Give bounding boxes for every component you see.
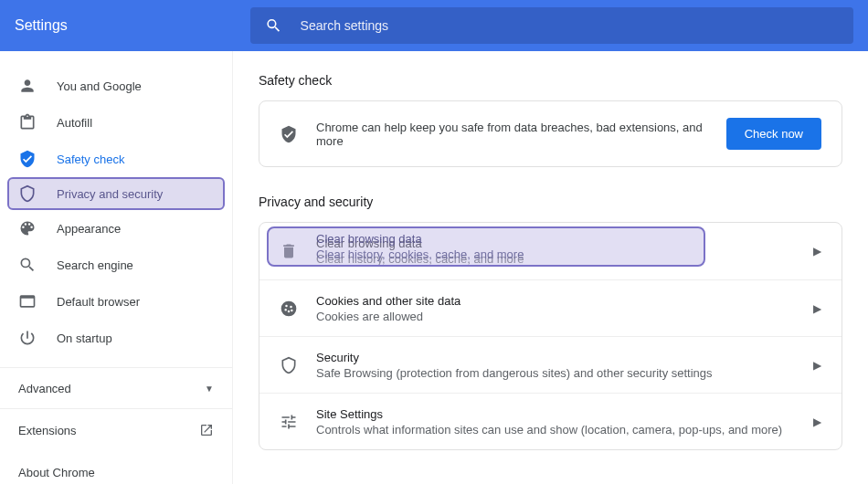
sidebar-advanced-label: Advanced [18,382,71,395]
sidebar-item-label: Default browser [57,295,140,309]
power-icon [18,329,37,347]
tune-icon [280,413,298,431]
sidebar-advanced[interactable]: Advanced ▼ [0,367,232,409]
privacy-card: Clear browsing data Clear history, cooki… [259,222,842,450]
person-icon [18,77,37,95]
sidebar-about-label: About Chrome [18,466,95,479]
row-subtitle: Cookies are allowed [316,310,795,323]
sidebar-item-safety-check[interactable]: Safety check [0,141,232,177]
chevron-down-icon: ▼ [205,384,214,394]
sidebar-item-label: Autofill [57,116,92,130]
sidebar-item-search-engine[interactable]: Search engine [0,247,232,283]
search-icon [18,256,37,274]
search-input[interactable] [301,18,839,33]
sidebar-item-default-browser[interactable]: Default browser [0,283,232,320]
shield-icon [280,125,298,143]
sidebar-item-on-startup[interactable]: On startup [0,320,232,356]
sidebar-item-label: Safety check [57,153,124,166]
chevron-right-icon: ▶ [813,302,821,315]
privacy-heading: Privacy and security [259,195,842,209]
shield-icon [280,356,298,374]
chevron-right-icon: ▶ [813,245,821,258]
sidebar-about[interactable]: About Chrome [0,451,232,484]
safety-text: Chrome can help keep you safe from data … [316,121,708,148]
open-in-new-icon [199,423,214,437]
header: Settings [0,0,868,51]
row-title: Security [316,351,795,364]
row-cookies[interactable]: Cookies and other site data Cookies are … [259,279,842,336]
row-subtitle: Safe Browsing (protection from dangerous… [316,366,795,380]
row-subtitle: Controls what information sites can use … [316,423,795,437]
trash-icon [280,242,298,260]
safety-heading: Safety check [259,73,842,88]
search-box[interactable] [250,7,853,44]
shield-icon [18,184,37,203]
sidebar-extensions-label: Extensions [18,424,77,437]
check-now-button[interactable]: Check now [726,118,821,150]
chevron-right-icon: ▶ [813,416,821,428]
page-title: Settings [15,17,68,34]
sidebar-item-appearance[interactable]: Appearance [0,210,232,247]
search-icon [265,16,282,35]
row-title: Cookies and other site data [316,294,795,308]
main-content: Safety check Chrome can help keep you sa… [233,51,868,484]
sidebar-item-you-and-google[interactable]: You and Google [0,68,232,104]
shield-check-icon [18,150,37,168]
sidebar-item-label: Appearance [57,222,121,236]
browser-icon [18,292,37,310]
chevron-right-icon: ▶ [813,359,821,372]
safety-card: Chrome can help keep you safe from data … [259,100,842,167]
row-site-settings[interactable]: Site Settings Controls what information … [259,393,842,449]
row-title: Site Settings [316,407,795,421]
row-clear-browsing-data[interactable]: Clear browsing data Clear history, cooki… [259,223,842,279]
sidebar-item-label: Privacy and security [57,187,163,201]
row-security[interactable]: Security Safe Browsing (protection from … [259,336,842,393]
sidebar-item-label: You and Google [57,79,142,93]
clipboard-icon [18,113,37,132]
sidebar-item-autofill[interactable]: Autofill [0,104,232,141]
palette-icon [18,219,37,237]
sidebar-item-privacy-security[interactable]: Privacy and security [7,177,225,210]
sidebar-extensions[interactable]: Extensions [0,409,232,451]
sidebar-item-label: Search engine [57,258,133,272]
sidebar: You and Google Autofill Safety check Pri… [0,51,233,484]
cookie-icon [280,300,298,318]
sidebar-item-label: On startup [57,331,112,345]
row-title: Clear browsing data [316,237,795,250]
row-subtitle: Clear history, cookies, cache, and more [316,252,795,266]
